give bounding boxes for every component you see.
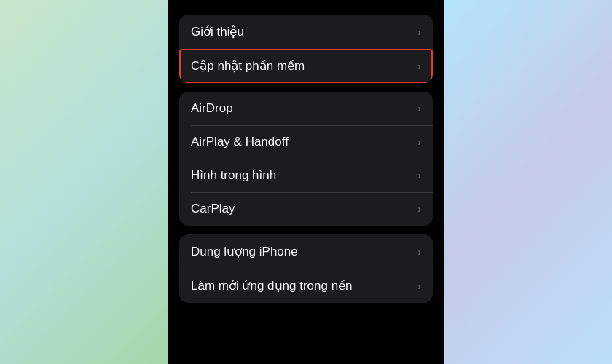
settings-item-hinh-trong-hinh[interactable]: Hình trong hình ›: [179, 159, 433, 192]
carplay-label: CarPlay: [191, 202, 235, 216]
chevron-icon: ›: [417, 280, 421, 292]
background-right: [437, 0, 612, 364]
chevron-icon: ›: [417, 103, 421, 114]
lam-moi-label: Làm mới ứng dụng trong nền: [191, 278, 353, 293]
dung-luong-label: Dung lượng iPhone: [191, 244, 298, 259]
chevron-icon: ›: [417, 246, 421, 258]
settings-group-3: Dung lượng iPhone › Làm mới ứng dụng tro…: [179, 234, 433, 303]
chevron-icon: ›: [417, 203, 421, 215]
phone-screen: Giới thiệu › Cập nhật phần mềm › AirDrop…: [168, 0, 444, 364]
settings-group-1: Giới thiệu › Cập nhật phần mềm ›: [179, 15, 433, 83]
gioi-thieu-label: Giới thiệu: [191, 24, 244, 39]
settings-item-gioi-thieu[interactable]: Giới thiệu ›: [179, 15, 433, 49]
chevron-icon: ›: [417, 170, 421, 181]
settings-item-cap-nhat-phan-mem[interactable]: Cập nhật phần mềm ›: [179, 49, 433, 83]
chevron-icon: ›: [417, 26, 421, 38]
settings-item-lam-moi[interactable]: Làm mới ứng dụng trong nền ›: [179, 269, 433, 303]
settings-item-carplay[interactable]: CarPlay ›: [179, 192, 433, 226]
hinh-trong-hinh-label: Hình trong hình: [191, 168, 276, 183]
settings-item-dung-luong[interactable]: Dung lượng iPhone ›: [179, 234, 433, 269]
settings-item-airplay-handoff[interactable]: AirPlay & Handoff ›: [179, 125, 433, 159]
airdrop-label: AirDrop: [191, 101, 233, 116]
background: Giới thiệu › Cập nhật phần mềm › AirDrop…: [0, 0, 612, 364]
airplay-label: AirPlay & Handoff: [191, 135, 289, 149]
cap-nhat-label: Cập nhật phần mềm: [191, 58, 305, 74]
settings-group-2: AirDrop › AirPlay & Handoff › Hình trong…: [179, 92, 433, 226]
chevron-icon: ›: [417, 60, 421, 72]
settings-item-airdrop[interactable]: AirDrop ›: [179, 92, 433, 125]
chevron-icon: ›: [417, 136, 421, 148]
background-left: [0, 0, 175, 364]
